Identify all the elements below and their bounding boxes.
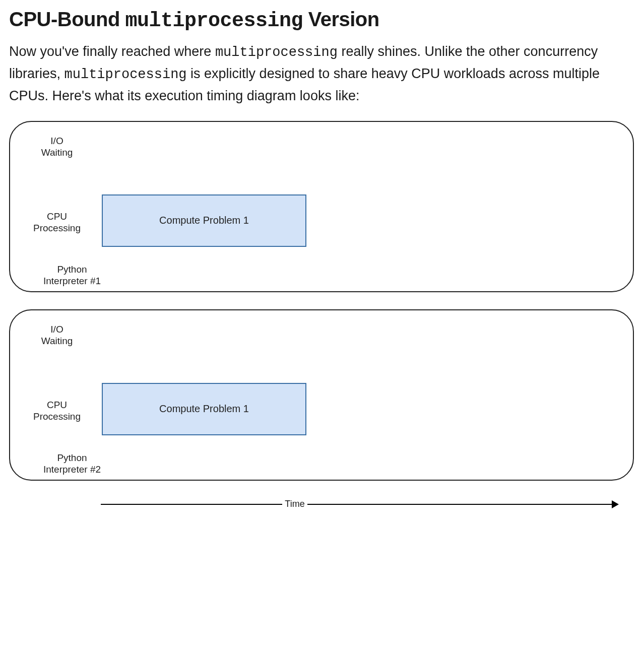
time-axis-line-left — [101, 504, 282, 505]
interpreter-box-2: I/OWaiting CPUProcessing Compute Problem… — [9, 309, 634, 481]
heading-code: multiprocessing — [125, 10, 303, 32]
time-axis: Time — [101, 498, 619, 513]
timing-diagram: I/OWaiting CPUProcessing Compute Problem… — [9, 121, 634, 513]
interpreter-1-label: PythonInterpreter #1 — [34, 264, 110, 287]
para-text-a: Now you've finally reached where — [9, 44, 215, 59]
heading-text-pre: CPU-Bound — [9, 8, 125, 30]
para-code-1: multiprocessing — [215, 45, 338, 60]
io-waiting-label: I/OWaiting — [19, 135, 95, 159]
compute-block-1: Compute Problem 1 — [102, 194, 306, 247]
section-heading: CPU-Bound multiprocessing Version — [9, 8, 635, 32]
cpu-processing-label: CPUProcessing — [19, 211, 95, 235]
intro-paragraph: Now you've finally reached where multipr… — [9, 41, 634, 107]
heading-text-post: Version — [303, 8, 379, 30]
time-axis-arrowhead-icon — [612, 500, 619, 508]
interpreter-box-1: I/OWaiting CPUProcessing Compute Problem… — [9, 121, 634, 292]
cpu-processing-label: CPUProcessing — [19, 399, 95, 423]
io-waiting-label: I/OWaiting — [19, 323, 95, 348]
time-axis-label: Time — [282, 499, 307, 509]
compute-block-1-label: Compute Problem 1 — [159, 215, 249, 226]
para-code-2: multiprocessing — [65, 67, 187, 82]
interpreter-2-label: PythonInterpreter #2 — [34, 452, 110, 476]
time-axis-line-right — [307, 504, 613, 505]
compute-block-2: Compute Problem 1 — [102, 383, 306, 435]
compute-block-2-label: Compute Problem 1 — [159, 403, 249, 415]
